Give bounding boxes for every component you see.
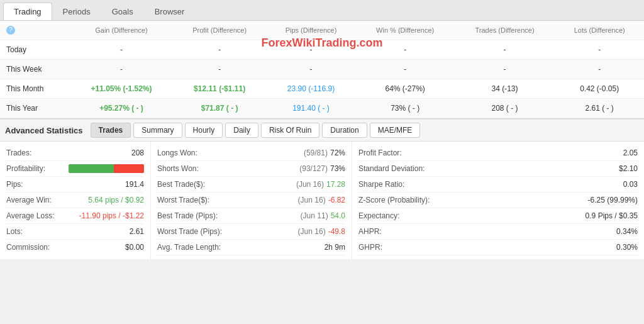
stats-mid-col: Longs Won: (59/81) 72% Shorts Won: (93/1… — [151, 142, 352, 259]
row-trades-year: 208 ( - ) — [455, 99, 555, 118]
info-icon[interactable]: ? — [6, 26, 15, 35]
row-pips-week: - — [266, 60, 355, 79]
mid-row-shorts-won: Shorts Won: (93/127) 73% — [157, 161, 345, 177]
stat-label-commission: Commission: — [6, 243, 50, 252]
row-win-year: 73% ( - ) — [356, 99, 455, 118]
adv-tab-risk-of-ruin[interactable]: Risk Of Ruin — [261, 123, 319, 138]
mid-row-best-trade-pips: Best Trade (Pips): (Jun 11) 54.0 — [157, 208, 345, 224]
row-win-today: - — [356, 40, 455, 60]
adv-tab-mae-mfe[interactable]: MAE/MFE — [370, 123, 421, 138]
row-pips-today: - — [266, 40, 355, 60]
trading-table-wrapper: ? Gain (Difference) Profit (Difference) … — [0, 21, 644, 118]
right-row-profit-factor: Profit Factor: 2.05 — [358, 145, 638, 161]
tab-goals[interactable]: Goals — [101, 3, 144, 20]
mid-label-best-trade-pips: Best Trade (Pips): — [157, 211, 301, 220]
right-label-profit-factor: Profit Factor: — [358, 148, 623, 157]
advanced-statistics-section: Advanced Statistics Trades Summary Hourl… — [0, 118, 644, 259]
col-header-win: Win % (Difference) — [356, 21, 455, 40]
mid-value-longs-won: 72% — [330, 148, 345, 157]
stat-row-lots: Lots: 2.61 — [6, 224, 144, 240]
right-label-sharpe-ratio: Sharpe Ratio: — [358, 180, 623, 189]
right-row-ghpr: GHPR: 0.30% — [358, 240, 638, 255]
stat-label-trades: Trades: — [6, 148, 31, 157]
trading-table: ? Gain (Difference) Profit (Difference) … — [0, 21, 644, 118]
adv-tab-summary[interactable]: Summary — [133, 123, 182, 138]
right-value-zscore: -6.25 (99.99%) — [588, 196, 638, 204]
row-label-year: This Year — [0, 99, 70, 118]
adv-tab-daily[interactable]: Daily — [225, 123, 258, 138]
stat-label-avg-loss: Average Loss: — [6, 211, 55, 220]
row-label-today: Today — [0, 40, 70, 60]
tab-browser[interactable]: Browser — [144, 3, 196, 20]
adv-tab-hourly[interactable]: Hourly — [185, 123, 223, 138]
table-row: Today - - - - - - — [0, 40, 644, 60]
stat-row-commission: Commission: $0.00 — [6, 240, 144, 255]
mid-value-worst-trade-pips: -49.8 — [328, 227, 345, 236]
tab-trading[interactable]: Trading — [3, 3, 52, 20]
mid-parens-shorts-won: (93/127) — [299, 164, 328, 173]
stat-label-lots: Lots: — [6, 227, 23, 236]
right-row-expectancy: Expectancy: 0.9 Pips / $0.35 — [358, 208, 638, 224]
mid-parens-longs-won: (59/81) — [304, 148, 328, 157]
mid-label-best-trade-dollar: Best Trade($): — [157, 180, 296, 189]
stat-row-pips: Pips: 191.4 — [6, 177, 144, 193]
row-profit-today: - — [173, 40, 266, 60]
mid-row-worst-trade-pips: Worst Trade (Pips): (Jun 16) -49.8 — [157, 224, 345, 240]
right-value-ahpr: 0.34% — [616, 227, 638, 236]
stat-row-avg-win: Average Win: 5.64 pips / $0.92 — [6, 193, 144, 208]
stat-label-pips: Pips: — [6, 180, 23, 189]
top-nav: Trading Periods Goals Browser — [0, 0, 644, 21]
stat-label-profitability: Profitability: — [6, 164, 45, 173]
row-gain-month: +11.05% (-1.52%) — [70, 79, 173, 99]
right-value-expectancy: 0.9 Pips / $0.35 — [586, 211, 638, 220]
right-row-zscore: Z-Score (Probability): -6.25 (99.99%) — [358, 193, 638, 208]
row-label-week: This Week — [0, 60, 70, 79]
stat-label-avg-win: Average Win: — [6, 196, 52, 204]
mid-label-worst-trade-pips: Worst Trade (Pips): — [157, 227, 298, 236]
stat-value-trades: 208 — [131, 148, 144, 157]
right-label-std-dev: Standard Deviation: — [358, 164, 619, 173]
profit-bar-red — [114, 164, 144, 173]
row-win-month: 64% (-27%) — [356, 79, 455, 99]
row-gain-today: - — [70, 40, 173, 60]
row-lots-today: - — [555, 40, 644, 60]
mid-value-best-trade-pips: 54.0 — [331, 211, 345, 220]
col-header-profit: Profit (Difference) — [173, 21, 266, 40]
row-lots-week: - — [555, 60, 644, 79]
row-gain-week: - — [70, 60, 173, 79]
right-label-ahpr: AHPR: — [358, 227, 616, 236]
row-profit-month: $12.11 (-$1.11) — [173, 79, 266, 99]
right-value-std-dev: $2.10 — [619, 164, 638, 173]
row-profit-week: - — [173, 60, 266, 79]
row-trades-today: - — [455, 40, 555, 60]
stat-value-commission: $0.00 — [125, 243, 144, 252]
adv-tab-trades[interactable]: Trades — [91, 123, 131, 138]
right-row-sharpe-ratio: Sharpe Ratio: 0.03 — [358, 177, 638, 193]
row-gain-year: +95.27% ( - ) — [70, 99, 173, 118]
stat-value-avg-loss: -11.90 pips / -$1.22 — [79, 211, 144, 220]
col-header-trades: Trades (Difference) — [455, 21, 555, 40]
mid-label-longs-won: Longs Won: — [157, 148, 304, 157]
row-lots-year: 2.61 ( - ) — [555, 99, 644, 118]
stat-value-lots: 2.61 — [130, 227, 144, 236]
mid-parens-worst-trade-pips: (Jun 16) — [298, 227, 326, 236]
row-trades-week: - — [455, 60, 555, 79]
right-value-profit-factor: 2.05 — [623, 148, 638, 157]
mid-parens-worst-trade-dollar: (Jun 16) — [298, 196, 326, 204]
stats-content: Trades: 208 Profitability: Pips: 191.4 — [0, 142, 644, 259]
table-row: This Month +11.05% (-1.52%) $12.11 (-$1.… — [0, 79, 644, 99]
mid-row-longs-won: Longs Won: (59/81) 72% — [157, 145, 345, 161]
row-label-month: This Month — [0, 79, 70, 99]
row-profit-year: $71.87 ( - ) — [173, 99, 266, 118]
tab-periods[interactable]: Periods — [52, 3, 101, 20]
right-label-expectancy: Expectancy: — [358, 211, 586, 220]
adv-tab-duration[interactable]: Duration — [322, 123, 367, 138]
row-lots-month: 0.42 (-0.05) — [555, 79, 644, 99]
col-header-lots: Lots (Difference) — [555, 21, 644, 40]
stats-right-col: Profit Factor: 2.05 Standard Deviation: … — [352, 142, 644, 259]
row-win-week: - — [356, 60, 455, 79]
mid-parens-best-trade-dollar: (Jun 16) — [296, 180, 324, 189]
mid-label-shorts-won: Shorts Won: — [157, 164, 299, 173]
stats-left-col: Trades: 208 Profitability: Pips: 191.4 — [0, 142, 151, 259]
mid-row-avg-trade-length: Avg. Trade Length: 2h 9m — [157, 240, 345, 255]
